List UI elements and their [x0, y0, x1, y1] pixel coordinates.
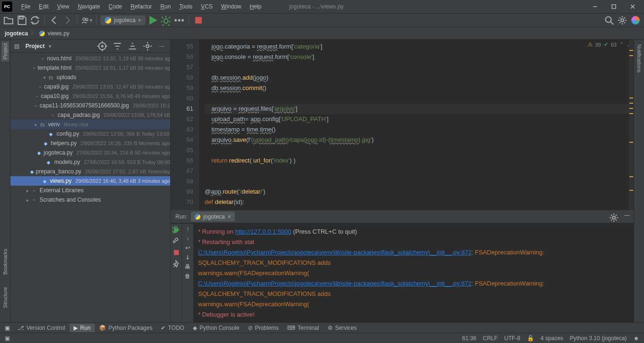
- wrap-icon[interactable]: ↩: [185, 245, 190, 251]
- tool-window-quick-access-icon[interactable]: ▣: [2, 325, 12, 331]
- editor-gutter[interactable]: 5556575859606162636465666768697071: [171, 40, 199, 210]
- run-action-toolbar-left: [171, 224, 182, 322]
- menu-edit[interactable]: Edit: [34, 1, 53, 12]
- sync-icon[interactable]: [29, 15, 41, 26]
- status-quick-icon[interactable]: ▣: [5, 335, 10, 342]
- tree-row[interactable]: ◆jogoteca.py27/06/2022 20:34, 216 B 50 m…: [10, 148, 170, 157]
- tree-row[interactable]: ▫capa10.jpg29/06/2022 15:56, 9,76 kB 49 …: [10, 91, 170, 101]
- menu-tools[interactable]: Tools: [175, 1, 197, 12]
- nav-back-icon[interactable]: [49, 15, 60, 26]
- bottom-tab-python-console[interactable]: ◆Python Console: [189, 324, 244, 332]
- tree-row[interactable]: ▫novo.html29/06/2022 13:32, 1,19 kB 38 m…: [10, 54, 170, 63]
- python-icon: [195, 214, 200, 220]
- tree-row[interactable]: ▾🗀uploads: [10, 73, 170, 82]
- menu-view[interactable]: View: [53, 1, 74, 12]
- tree-settings-icon[interactable]: [142, 41, 153, 52]
- tree-row[interactable]: ▫capa_padrao.jpg29/06/2022 13:08, 178,54…: [10, 110, 170, 120]
- more-run-icon[interactable]: [173, 15, 185, 26]
- status-readonly-icon[interactable]: 🔓: [527, 335, 534, 342]
- chevron-up-icon[interactable]: ⌃: [619, 41, 624, 48]
- stop-icon[interactable]: [172, 248, 181, 257]
- menu-code[interactable]: Code: [104, 1, 126, 12]
- tree-row[interactable]: ◆views.py29/06/2022 16:40, 3,48 kB 3 min…: [10, 176, 170, 186]
- maximize-button[interactable]: [604, 0, 623, 14]
- settings-icon[interactable]: [617, 15, 628, 26]
- stop-button[interactable]: [193, 15, 204, 26]
- weak-warning-count: 63: [611, 42, 617, 48]
- bottom-tab-version-control[interactable]: ⎇Version Control: [13, 324, 69, 332]
- menu-window[interactable]: Window: [217, 1, 246, 12]
- menu-refactor[interactable]: Refactor: [126, 1, 156, 12]
- collapse-all-icon[interactable]: [127, 41, 138, 52]
- editor-content[interactable]: jogo.categoria = request.form['categoria…: [199, 40, 634, 210]
- bottom-tab-problems[interactable]: ⊘Problems: [244, 324, 283, 332]
- run-button[interactable]: [147, 15, 158, 26]
- hide-icon[interactable]: —: [624, 212, 630, 223]
- menu-help[interactable]: Help: [246, 1, 266, 12]
- locate-icon[interactable]: [97, 41, 108, 52]
- sidebar-tab-notifications[interactable]: Notifications: [636, 42, 643, 74]
- bottom-tab-services[interactable]: ⚙Services: [323, 324, 361, 332]
- print-icon[interactable]: 🖶: [185, 263, 190, 270]
- tree-options-icon[interactable]: —: [157, 43, 166, 49]
- clear-icon[interactable]: 🗑: [185, 273, 190, 279]
- bottom-tab-todo[interactable]: ✔TODO: [157, 324, 188, 332]
- breadcrumb-file[interactable]: views.py: [48, 30, 69, 37]
- tree-row[interactable]: ▫capa9.jpg29/06/2022 13:03, 12,47 kB 50 …: [10, 82, 170, 91]
- sidebar-tab-project[interactable]: Project: [1, 41, 9, 61]
- run-settings-icon[interactable]: [608, 212, 619, 223]
- bottom-tab-run[interactable]: ▶Run: [69, 324, 95, 332]
- menu-run[interactable]: Run: [156, 1, 175, 12]
- tree-row[interactable]: ◆models.py27/06/2022 16:59, 623 B Today …: [10, 157, 170, 167]
- bottom-tab-python-packages[interactable]: 📦Python Packages: [95, 324, 157, 332]
- breadcrumb-root[interactable]: jogoteca: [5, 30, 28, 37]
- tree-row[interactable]: ▫capa11-1656530875851666500.jpg29/06/202…: [10, 101, 170, 110]
- bottom-tab-terminal[interactable]: ⌨Terminal: [283, 324, 323, 332]
- cwm-users-icon[interactable]: ▾: [81, 15, 92, 26]
- editor-error-stripe[interactable]: [629, 40, 634, 210]
- up-icon[interactable]: ↑: [186, 226, 189, 232]
- right-tool-stripe: Notifications: [634, 40, 644, 322]
- menu-file[interactable]: File: [17, 1, 34, 12]
- run-console-output[interactable]: * Running on http://127.0.0.1:5000 (Pres…: [193, 224, 634, 322]
- close-button[interactable]: [623, 0, 642, 14]
- status-caret-pos[interactable]: 61:36: [462, 335, 476, 342]
- tree-row[interactable]: ◆helpers.py29/06/2022 16:26, 235 B Momen…: [10, 139, 170, 148]
- debug-button[interactable]: [160, 15, 172, 26]
- tool-icon[interactable]: [172, 237, 181, 245]
- run-config-name: jogoteca: [114, 17, 135, 24]
- status-hector-icon[interactable]: ☻: [633, 335, 639, 342]
- minimize-button[interactable]: [586, 0, 604, 14]
- cwm-icon[interactable]: [630, 15, 641, 26]
- tree-row[interactable]: ▸▫Scratches and Consoles: [10, 195, 170, 204]
- tree-row[interactable]: ▸🗀venvlibrary root: [10, 120, 170, 129]
- pin-icon[interactable]: [172, 260, 181, 268]
- nav-forward-icon[interactable]: [62, 15, 73, 26]
- rerun-icon[interactable]: [172, 226, 181, 234]
- sidebar-tab-structure[interactable]: Structure: [1, 285, 9, 310]
- code-editor[interactable]: 5556575859606162636465666768697071 jogo.…: [171, 40, 634, 210]
- sidebar-tab-bookmarks[interactable]: Bookmarks: [1, 247, 9, 277]
- tree-row[interactable]: ◆prepara_banco.py26/06/2022 17:01, 2,67 …: [10, 167, 170, 176]
- tree-row[interactable]: ◆config.py29/06/2022 13:00, 365 B Today …: [10, 129, 170, 139]
- run-config-selector[interactable]: jogoteca ▾: [100, 16, 145, 25]
- expand-all-icon[interactable]: [112, 41, 123, 52]
- tree-row[interactable]: ▸▫External Libraries: [10, 186, 170, 195]
- svg-point-12: [606, 17, 611, 23]
- close-icon[interactable]: ×: [228, 213, 231, 220]
- scroll-to-end-icon[interactable]: ⤓: [185, 254, 190, 261]
- save-all-icon[interactable]: [16, 15, 27, 26]
- search-everywhere-icon[interactable]: [603, 15, 615, 26]
- status-line-separator[interactable]: CRLF: [483, 335, 497, 342]
- status-interpreter[interactable]: Python 3.10 (jogoteca): [570, 335, 627, 342]
- inspections-widget[interactable]: ⚠39 ✔63 ⌃ ⌄: [588, 41, 631, 48]
- open-icon[interactable]: [3, 15, 14, 26]
- status-encoding[interactable]: UTF-8: [504, 335, 520, 342]
- menu-vcs[interactable]: VCS: [197, 1, 217, 12]
- project-tree[interactable]: ▫novo.html29/06/2022 13:32, 1,19 kB 38 m…: [10, 53, 170, 322]
- menu-navigate[interactable]: Navigate: [74, 1, 104, 12]
- down-icon[interactable]: ↓: [186, 235, 189, 242]
- run-tab[interactable]: jogoteca ×: [191, 212, 235, 221]
- status-indent[interactable]: 4 spaces: [541, 335, 563, 342]
- tree-row[interactable]: ▫template.html29/06/2022 15:51, 1,17 kB …: [10, 63, 170, 73]
